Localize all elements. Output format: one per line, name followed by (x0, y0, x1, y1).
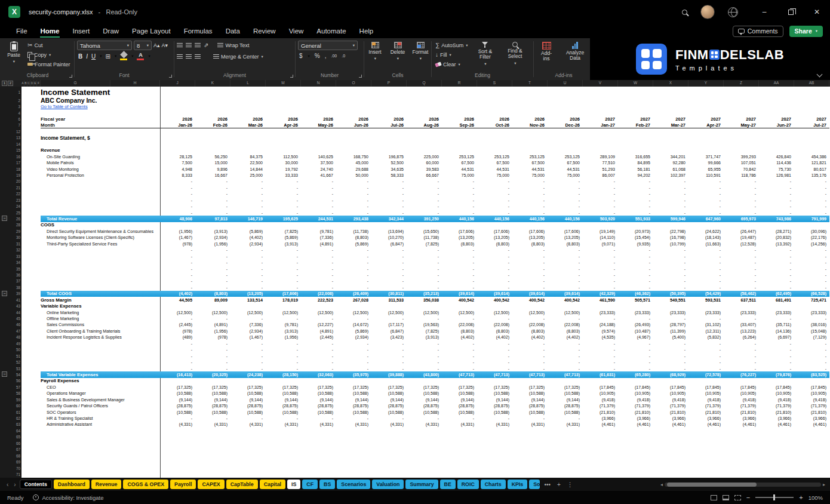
cell-r37-c17[interactable]: - (724, 278, 759, 284)
cell-r16-c1[interactable]: 28,125 (160, 153, 195, 159)
cell-r46-c14[interactable]: (26,493) (618, 322, 653, 328)
outline-level-2-button[interactable]: 2 (8, 81, 13, 86)
cell-r30-c6[interactable]: (8,803) (336, 235, 371, 241)
cell-r21-c6[interactable]: - (336, 185, 371, 190)
cell-r39-c6[interactable]: (26,409) (336, 291, 371, 297)
cell-r60-c17[interactable]: (71,379) (724, 402, 759, 408)
cell-r51-c5[interactable]: - (301, 353, 336, 359)
cell-r17-c13[interactable]: 77,510 (583, 159, 618, 165)
clear-button[interactable]: Clear▾ (434, 60, 469, 69)
cell-r53-c9[interactable]: - (442, 365, 477, 371)
cell-r60-c16[interactable]: (71,379) (688, 402, 724, 408)
cell-r6-c3[interactable]: 2026 (230, 116, 266, 122)
cell-r50-c11[interactable]: - (512, 347, 548, 353)
row-label-41[interactable]: Gross Margin (41, 297, 160, 303)
cell-r20-c17[interactable]: - (724, 179, 759, 185)
cell-r60-c2[interactable]: (28,875) (195, 402, 230, 408)
cell-r62-c5[interactable]: - (301, 415, 336, 421)
number-dialog-launcher[interactable] (359, 75, 362, 78)
row-label-63[interactable]: Administrative Assistant (41, 422, 160, 428)
cell-r48-c14[interactable]: (4,967) (618, 334, 653, 340)
cell-r26-c10[interactable]: 440,156 (477, 216, 512, 222)
cell-r50-c19[interactable]: - (794, 347, 829, 353)
cell-r37-c2[interactable]: - (195, 278, 230, 284)
cell-r49-c17[interactable]: - (724, 340, 759, 346)
cell-r17-c15[interactable]: 92,280 (653, 159, 688, 165)
row-header-4[interactable]: 4 (12, 110, 21, 116)
cell-r34-c11[interactable]: - (512, 259, 548, 265)
sheet-tab-cogs-opex[interactable]: COGS & OPEX (123, 480, 168, 489)
cell-r54-c16[interactable]: (72,578) (688, 371, 724, 377)
wrap-text-button[interactable]: Wrap Text (216, 41, 250, 50)
cell-r26-c18[interactable]: 743,986 (759, 216, 794, 222)
cell-r6-c6[interactable]: 2026 (336, 116, 371, 122)
cell-r49-c2[interactable]: - (195, 340, 230, 346)
row-header-52[interactable]: 52 (12, 359, 21, 365)
row-label-4[interactable] (41, 110, 160, 116)
cell-r19-c2[interactable]: 16,667 (195, 172, 230, 178)
cell-r21-c13[interactable]: - (583, 185, 618, 190)
cell-r6-c7[interactable]: 2026 (371, 116, 407, 122)
cell-r17-c5[interactable]: 37,500 (301, 159, 336, 165)
cell-r38-c17[interactable]: - (724, 284, 759, 290)
cell-r25-c16[interactable]: - (688, 210, 724, 216)
cell-r18-c8[interactable]: 39,583 (407, 166, 442, 172)
cell-r45-c12[interactable]: - (548, 315, 583, 321)
cell-r48-c16[interactable]: (5,832) (688, 334, 724, 340)
cell-r35-c3[interactable]: - (230, 266, 266, 272)
cell-r29-c2[interactable]: (3,913) (195, 228, 230, 234)
row-header-34[interactable]: 34 (12, 259, 21, 265)
cell-r29-c11[interactable]: (17,606) (512, 228, 548, 234)
cell-r38-c9[interactable]: - (442, 284, 477, 290)
cell-r7-c1[interactable]: Jan-26 (160, 122, 195, 128)
row-header-3[interactable]: 3 (12, 103, 21, 109)
row-label-18[interactable]: Video Monitoring (41, 166, 160, 172)
cell-r36-c2[interactable]: - (195, 272, 230, 278)
cell-r57-c4[interactable]: (17,325) (266, 384, 301, 390)
cell-r19-c8[interactable]: 66,667 (407, 172, 442, 178)
cell-r62-c2[interactable]: - (195, 415, 230, 421)
cell-r34-c9[interactable]: - (442, 259, 477, 265)
cell-r57-c2[interactable]: (17,325) (195, 384, 230, 390)
cell-r39-c8[interactable]: (35,213) (407, 291, 442, 297)
cell-r48-c18[interactable]: (6,697) (759, 334, 794, 340)
cell-r61-c6[interactable]: (10,588) (336, 409, 371, 415)
cell-r46-c6[interactable]: (14,672) (336, 322, 371, 328)
cell-r62-c4[interactable]: - (266, 415, 301, 421)
fill-button[interactable]: ↓Fill▾ (434, 50, 469, 59)
cell-r48-c17[interactable]: (6,264) (724, 334, 759, 340)
row-header-1[interactable]: 1 (12, 87, 21, 97)
underline-button[interactable]: U (91, 53, 96, 60)
cell-r54-c6[interactable]: (35,975) (336, 371, 371, 377)
cell-r58-c11[interactable]: (10,588) (512, 391, 548, 397)
cell-r39-c14[interactable]: (46,362) (618, 291, 653, 297)
cell-r45-c11[interactable]: - (512, 315, 548, 321)
cell-r47-c5[interactable]: (4,891) (301, 328, 336, 334)
cell-r20-c13[interactable]: - (583, 179, 618, 185)
cell-r49-c14[interactable]: - (618, 340, 653, 346)
cell-r41-c13[interactable]: 461,590 (583, 297, 618, 303)
cell-r31-c8[interactable]: (7,825) (407, 241, 442, 247)
cell-r44-c11[interactable]: (12,500) (512, 309, 548, 315)
cell-r37-c10[interactable]: - (477, 278, 512, 284)
cell-r6-c17[interactable]: 2027 (724, 116, 759, 122)
cell-r51-c19[interactable]: - (794, 353, 829, 359)
row-header-58[interactable]: 58 (12, 391, 21, 397)
cell-r62-c12[interactable]: - (548, 415, 583, 421)
cell-r44-c15[interactable]: (23,333) (653, 309, 688, 315)
cell-r59-c15[interactable]: (9,418) (653, 397, 688, 402)
sheet-tab-contents[interactable]: Contents (20, 480, 52, 489)
cell-r36-c13[interactable]: - (583, 272, 618, 278)
cell-r45-c2[interactable]: - (195, 315, 230, 321)
cell-r38-c13[interactable]: - (583, 284, 618, 290)
cell-r22-c8[interactable]: - (407, 191, 442, 197)
cell-r24-c15[interactable]: - (653, 203, 688, 209)
cell-r61-c15[interactable]: (21,810) (653, 409, 688, 415)
cell-r22-c15[interactable]: - (653, 191, 688, 197)
cell-r32-c7[interactable]: - (371, 247, 407, 253)
cell-r29-c7[interactable]: (13,694) (371, 228, 407, 234)
row-header-21[interactable]: 21 (12, 185, 21, 190)
cell-r45-c6[interactable]: - (336, 315, 371, 321)
menu-tab-data[interactable]: Data (219, 24, 247, 38)
cell-r39-c15[interactable]: (50,395) (653, 291, 688, 297)
